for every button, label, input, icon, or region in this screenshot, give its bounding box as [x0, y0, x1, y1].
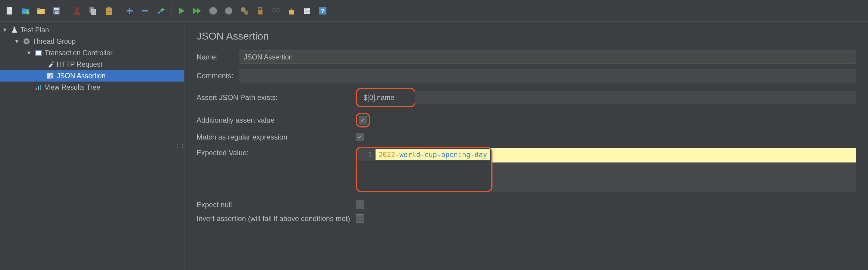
svg-rect-26: [305, 10, 310, 10]
code-gutter: 1: [358, 149, 375, 161]
shutdown-icon[interactable]: [221, 4, 236, 18]
chart-icon: [34, 83, 43, 91]
svg-rect-15: [107, 10, 111, 10]
tree-label: Transaction Controller: [44, 49, 113, 57]
save-icon[interactable]: [50, 4, 64, 18]
assertion-icon: [46, 72, 55, 80]
chevron-down-icon[interactable]: ▼: [13, 38, 21, 45]
run-all-icon[interactable]: [190, 4, 205, 18]
toolbar: ?: [0, 0, 868, 22]
svg-rect-4: [37, 9, 44, 14]
svg-point-31: [25, 40, 28, 43]
function-helper-icon[interactable]: [300, 4, 314, 18]
tree-label: View Results Tree: [44, 83, 100, 91]
chevron-down-icon[interactable]: ▼: [25, 50, 33, 56]
run-icon[interactable]: [175, 4, 189, 18]
splitter-handle[interactable]: ⋮⋮: [175, 143, 186, 149]
svg-rect-16: [107, 11, 111, 11]
copy-icon[interactable]: [86, 4, 100, 18]
svg-rect-23: [289, 10, 294, 15]
flask-icon: [10, 26, 19, 34]
controller-icon: [34, 49, 43, 57]
tree-node-transaction-controller[interactable]: ▼ Transaction Controller: [0, 47, 184, 59]
gears-icon[interactable]: [237, 4, 252, 18]
svg-rect-37: [36, 88, 37, 90]
additionally-assert-label: Additionally assert value: [196, 116, 355, 125]
tree-label: Thread Group: [33, 37, 76, 46]
minus-icon[interactable]: [138, 4, 153, 18]
svg-point-3: [26, 11, 30, 15]
tree-node-json-assertion[interactable]: JSON Assertion: [0, 70, 184, 82]
svg-rect-5: [37, 8, 40, 10]
json-path-input[interactable]: [359, 91, 413, 104]
svg-point-19: [244, 10, 248, 15]
tree-node-test-plan[interactable]: ▼ Test Plan: [0, 24, 184, 36]
name-label: Name:: [196, 53, 239, 61]
editor-title: JSON Assertion: [196, 30, 856, 42]
tree-label: JSON Assertion: [57, 72, 105, 80]
svg-rect-8: [55, 11, 59, 14]
clear-icon[interactable]: [253, 4, 267, 18]
invert-assertion-checkbox[interactable]: [355, 214, 364, 223]
tree-node-thread-group[interactable]: ▼ Thread Group: [0, 36, 184, 47]
tree-node-http-request[interactable]: HTTP Request: [0, 59, 184, 70]
svg-rect-7: [54, 8, 59, 10]
reset-search-icon[interactable]: [284, 4, 299, 18]
expected-value-label: Expected Value:: [196, 147, 355, 157]
svg-rect-35: [47, 73, 53, 79]
svg-rect-20: [258, 10, 262, 15]
chevron-down-icon[interactable]: ▼: [1, 27, 8, 33]
templates-icon[interactable]: [34, 4, 48, 18]
new-file-icon[interactable]: [2, 4, 17, 18]
svg-point-34: [52, 61, 54, 63]
svg-rect-2: [22, 8, 25, 10]
svg-text:?: ?: [321, 7, 324, 15]
search-icon[interactable]: [269, 4, 283, 18]
help-icon[interactable]: ?: [315, 4, 330, 18]
open-folder-icon[interactable]: [18, 4, 33, 18]
stop-icon[interactable]: [206, 4, 220, 18]
tree-label: HTTP Request: [57, 60, 102, 69]
additionally-assert-checkbox[interactable]: ✓: [359, 116, 367, 125]
svg-rect-39: [40, 85, 41, 90]
gear-icon: [22, 37, 31, 46]
json-path-input-ext[interactable]: [415, 91, 856, 104]
expect-null-checkbox[interactable]: [355, 200, 364, 209]
comments-label: Comments:: [196, 72, 239, 80]
svg-rect-14: [107, 7, 111, 8]
cut-icon[interactable]: [70, 4, 85, 18]
svg-rect-25: [305, 8, 307, 9]
wand-icon[interactable]: [154, 4, 168, 18]
paste-icon[interactable]: [101, 4, 116, 18]
svg-point-17: [225, 7, 232, 15]
tree-node-view-results[interactable]: View Results Tree: [0, 82, 184, 93]
plus-icon[interactable]: [122, 4, 137, 18]
svg-rect-27: [305, 11, 310, 11]
svg-rect-12: [91, 9, 96, 15]
expected-value-editor[interactable]: 2022-world-cup-opening-day: [375, 149, 490, 161]
match-regex-checkbox[interactable]: ✓: [355, 133, 364, 141]
svg-rect-38: [38, 86, 39, 90]
editor-panel: JSON Assertion Name: Comments: Assert JS…: [184, 22, 868, 270]
comments-input[interactable]: [239, 69, 856, 82]
match-regex-label: Match as regular expression: [196, 133, 355, 141]
invert-assertion-label: Invert assertion (will fail if above con…: [196, 214, 355, 223]
svg-rect-33: [36, 51, 41, 55]
pipette-icon: [46, 60, 55, 69]
json-path-label: Assert JSON Path exists:: [196, 93, 355, 102]
tree-panel: ▼ Test Plan ▼ Thread Group ▼ Transaction…: [0, 22, 184, 270]
name-input[interactable]: [239, 50, 856, 64]
expect-null-label: Expect null: [196, 200, 355, 209]
tree-label: Test Plan: [21, 26, 49, 34]
